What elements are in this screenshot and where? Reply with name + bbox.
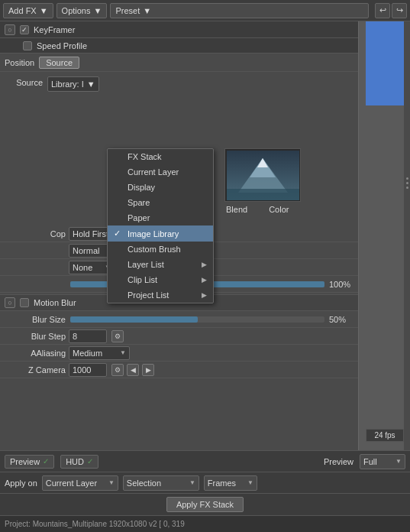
position-row: Position Source [0,54,410,72]
dropdown-item-spare[interactable]: Spare [108,195,213,210]
fx-toggle[interactable]: ○ [5,24,15,35]
speed-profile-checkbox[interactable] [23,41,32,50]
z-camera-nav1[interactable]: ◀ [127,364,139,376]
fx-checkbox[interactable] [20,25,29,34]
hud-button[interactable]: HUD ✓ [60,455,98,469]
fx-row: ○ KeyFramer FXBin ▼ [0,21,410,38]
preview2-label: Preview [324,457,354,466]
z-camera-icon[interactable]: ⚙ [111,364,124,376]
svg-rect-5 [227,189,299,200]
right-scrollbar[interactable] [404,21,410,465]
undo-button[interactable]: ↩ [375,3,390,18]
speed-profile-label: Speed Profile [37,41,87,50]
preset-label: Preset [115,6,140,15]
dropdown-item-display[interactable]: Display [108,180,213,195]
options-section[interactable]: Options ▼ [56,3,108,18]
z-camera-label: Z Camera [5,365,66,375]
add-fx-arrow: ▼ [40,6,48,15]
apply-on-row: Apply on Current Layer ▼ Selection ▼ Fra… [0,472,410,493]
add-fx-section[interactable]: Add FX ▼ [3,3,53,18]
z-camera-nav2[interactable]: ▶ [142,364,154,376]
check-image-library: ✓ [114,229,124,238]
blue-rectangle [366,21,404,105]
aaliasing-label: AAliasing [5,349,66,358]
clip-list-arrow: ▶ [202,276,207,284]
dropdown-item-clip-list[interactable]: Clip List ▶ [108,272,213,287]
options-label: Options [62,6,91,15]
dropdown-item-current-layer[interactable]: Current Layer [108,164,213,180]
motion-blur-label: Motion Blur [34,298,76,307]
dropdown-item-project-list[interactable]: Project List ▶ [108,287,213,303]
top-bar: Add FX ▼ Options ▼ Preset ▼ ↩ ↪ [0,0,410,21]
motion-blur-checkbox[interactable] [20,298,29,307]
motion-blur-toggle[interactable]: ○ [5,297,15,308]
preview-hud-row: Preview ✓ HUD ✓ Preview Full ▼ [0,450,410,472]
fx-name-label: KeyFramer [34,25,363,34]
speed-profile-row: Speed Profile [0,38,410,54]
blur-step-input[interactable] [69,329,107,343]
right-panel: 24 fps [358,21,410,465]
blur-step-row: Blur Step ⚙ [0,328,410,345]
dropdown-item-custom-brush[interactable]: Custom Brush [108,242,213,257]
apply-fx-button[interactable]: Apply FX Stack [166,497,244,512]
percent-value: 100% [329,280,360,289]
dropdown-item-image-library[interactable]: ✓ Image Library [108,225,213,242]
options-arrow: ▼ [94,6,102,15]
preview-area: Blend Color [221,148,301,217]
add-fx-label: Add FX [8,6,37,15]
fps-display: 24 fps [366,429,404,442]
source-label: Source [5,76,43,87]
current-layer-dropdown[interactable]: Current Layer ▼ [42,475,118,491]
project-list-arrow: ▶ [202,291,207,299]
aaliasing-row: AAliasing Medium ▼ [0,345,410,362]
status-text: Project: Mountains_Multiplane 1920x1080 … [5,520,185,528]
dropdown-item-paper[interactable]: Paper [108,210,213,225]
preset-arrow: ▼ [143,6,151,15]
undo-redo-group: ↩ ↪ [375,3,407,18]
dropdown-item-layer-list[interactable]: Layer List ▶ [108,257,213,272]
library-text: Library: I [51,79,84,89]
color-label: Color [269,205,289,214]
blur-size-label: Blur Size [5,315,66,324]
preview-thumbnail [224,148,301,202]
selection-dropdown[interactable]: Selection ▼ [123,475,199,491]
preview-button[interactable]: Preview ✓ [5,455,54,469]
dropdown-item-fx-stack[interactable]: FX Stack [108,149,213,164]
status-bar: Project: Mountains_Multiplane 1920x1080 … [0,515,410,532]
preset-section[interactable]: Preset ▼ [110,3,369,18]
apply-on-label: Apply on [5,478,37,488]
frames-dropdown[interactable]: Frames ▼ [204,475,257,491]
redo-button[interactable]: ↪ [392,3,407,18]
aaliasing-dropdown[interactable]: Medium ▼ [69,346,130,360]
library-arrow: ▼ [87,79,95,89]
hud-check: ✓ [87,457,93,466]
blend-label: Blend [226,205,247,214]
z-camera-input[interactable] [69,363,107,377]
blend-color-row: Blend Color [221,202,301,217]
blur-size-fill [70,316,198,323]
mountain-preview [227,151,299,200]
preview-check: ✓ [43,457,49,466]
blur-size-value: 50% [329,315,360,324]
source-row: Source Library: I ▼ FX Stack Current Lay… [0,72,410,92]
z-camera-row: Z Camera ⚙ ◀ ▶ [0,362,410,378]
blur-step-label: Blur Step [5,332,66,341]
blur-size-row: Blur Size 50% ⚙ ◀ ▶ [0,311,410,328]
blur-size-slider-track[interactable] [70,316,324,323]
blur-step-icon[interactable]: ⚙ [111,330,124,342]
library-dropdown[interactable]: Library: I ▼ [47,76,99,92]
apply-fx-row: Apply FX Stack [0,493,410,515]
source-tab[interactable]: Source [39,57,79,69]
source-dropdown-menu: FX Stack Current Layer Display Spare Pap… [107,148,214,303]
scrollbar-dots [406,177,408,189]
preview-quality-dropdown[interactable]: Full ▼ [360,454,405,469]
layer-list-arrow: ▶ [202,261,207,268]
cop-label: Cop [5,229,66,238]
bottom-section: Preview ✓ HUD ✓ Preview Full ▼ Apply on … [0,450,410,532]
position-label: Position [5,58,34,67]
